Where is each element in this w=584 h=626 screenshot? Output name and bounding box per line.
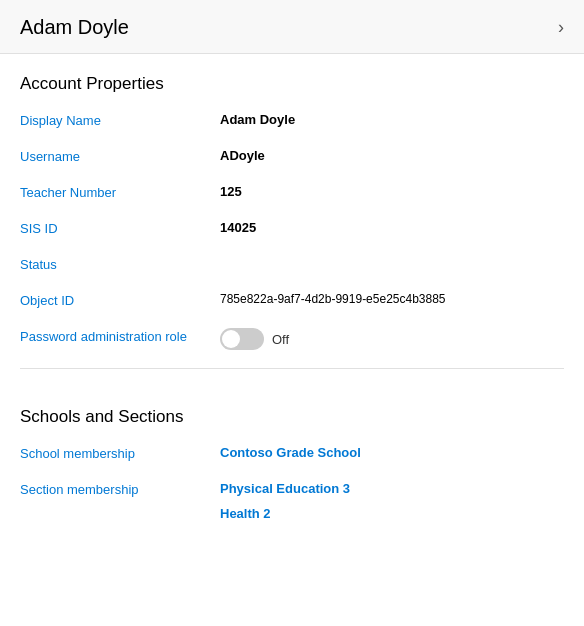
schools-sections-section: Schools and Sections School membership C… [0,387,584,521]
chevron-right-icon[interactable]: › [558,17,564,38]
display-name-value: Adam Doyle [220,112,295,127]
username-value: ADoyle [220,148,265,163]
sis-id-row: SIS ID 14025 [20,220,564,242]
sis-id-value: 14025 [220,220,256,235]
section-membership-row: Section membership Physical Education 3 … [20,481,564,521]
header: Adam Doyle › [0,0,584,54]
school-membership-value[interactable]: Contoso Grade School [220,445,361,460]
username-label: Username [20,148,220,164]
sis-id-label: SIS ID [20,220,220,236]
schools-sections-title: Schools and Sections [20,407,564,427]
school-membership-label: School membership [20,445,220,461]
password-admin-toggle[interactable] [220,328,264,350]
password-admin-role-row: Password administration role Off [20,328,564,350]
object-id-value: 785e822a-9af7-4d2b-9919-e5e25c4b3885 [220,292,446,306]
section-membership-label: Section membership [20,481,220,497]
status-row: Status [20,256,564,278]
object-id-label: Object ID [20,292,220,308]
teacher-number-value: 125 [220,184,242,199]
account-properties-title: Account Properties [20,74,564,94]
school-membership-row: School membership Contoso Grade School [20,445,564,467]
username-row: Username ADoyle [20,148,564,170]
password-admin-toggle-container: Off [220,328,289,350]
teacher-number-row: Teacher Number 125 [20,184,564,206]
section-divider [20,368,564,369]
section-membership-health2[interactable]: Health 2 [220,506,350,521]
display-name-label: Display Name [20,112,220,128]
toggle-off-label: Off [272,332,289,347]
teacher-number-label: Teacher Number [20,184,220,200]
toggle-knob [222,330,240,348]
page-title: Adam Doyle [20,16,129,39]
section-membership-pe3[interactable]: Physical Education 3 [220,481,350,496]
account-properties-section: Account Properties Display Name Adam Doy… [0,54,584,350]
object-id-row: Object ID 785e822a-9af7-4d2b-9919-e5e25c… [20,292,564,314]
display-name-row: Display Name Adam Doyle [20,112,564,134]
password-admin-role-label: Password administration role [20,328,220,344]
status-label: Status [20,256,220,272]
section-membership-values: Physical Education 3 Health 2 [220,481,350,521]
